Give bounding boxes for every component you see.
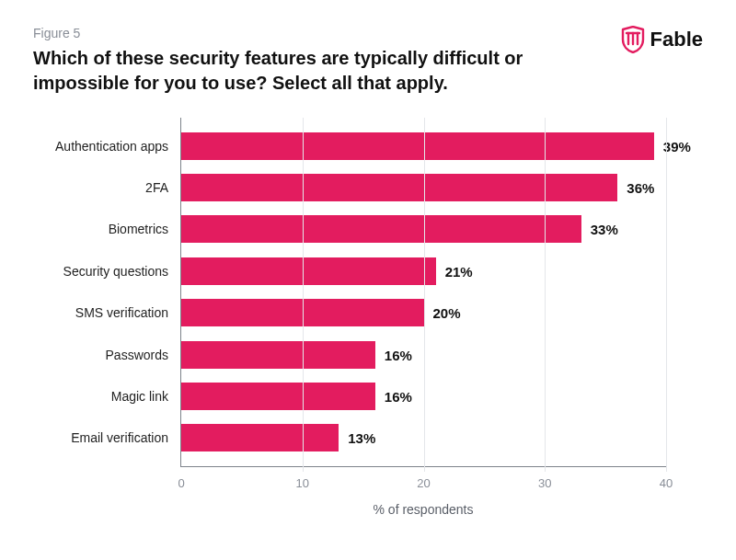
category-label: Biometrics — [34, 222, 181, 236]
category-label: Passwords — [34, 348, 181, 362]
chart-title: Which of these security features are typ… — [33, 46, 548, 96]
bar-value-label: 21% — [436, 263, 473, 279]
header-text: Figure 5 Which of these security feature… — [33, 26, 548, 96]
bar-value-label: 16% — [375, 347, 412, 362]
bar-value-label: 16% — [375, 388, 412, 404]
x-tick-label: 20 — [417, 476, 430, 490]
figure-card: Figure 5 Which of these security feature… — [0, 0, 736, 560]
bar — [181, 132, 654, 160]
bar — [181, 383, 375, 410]
figure-number: Figure 5 — [33, 26, 548, 40]
category-label: Security questions — [34, 264, 181, 279]
category-label: Email verification — [34, 430, 181, 445]
x-tick-label: 40 — [660, 476, 673, 490]
bar-value-label: 33% — [581, 222, 618, 237]
bar — [181, 424, 339, 451]
bar-chart: Authentication apps39%2FA36%Biometrics33… — [33, 118, 703, 517]
category-label: Magic link — [34, 389, 181, 404]
gridline — [545, 118, 546, 472]
x-tick-label: 0 — [178, 476, 184, 490]
x-tick-label: 30 — [538, 476, 551, 490]
plot-area: Authentication apps39%2FA36%Biometrics33… — [180, 118, 666, 467]
category-label: 2FA — [34, 180, 181, 195]
bar-value-label: 39% — [654, 138, 691, 154]
bar — [181, 174, 617, 201]
gridline — [303, 118, 304, 472]
x-tick-label: 10 — [296, 476, 309, 490]
brand-logo: Fable — [621, 26, 703, 53]
brand-name: Fable — [650, 28, 703, 51]
category-label: Authentication apps — [34, 139, 181, 154]
fable-shield-icon — [621, 26, 645, 53]
bar-value-label: 13% — [339, 430, 375, 446]
gridline — [424, 118, 425, 472]
bar — [181, 215, 581, 243]
gridline — [666, 118, 667, 472]
bar — [181, 341, 375, 369]
bar-value-label: 36% — [617, 180, 654, 196]
header: Figure 5 Which of these security feature… — [33, 26, 703, 96]
bar — [181, 257, 436, 285]
x-axis-label: % of respondents — [180, 502, 666, 517]
category-label: SMS verification — [34, 305, 181, 320]
bar-value-label: 20% — [424, 305, 461, 321]
